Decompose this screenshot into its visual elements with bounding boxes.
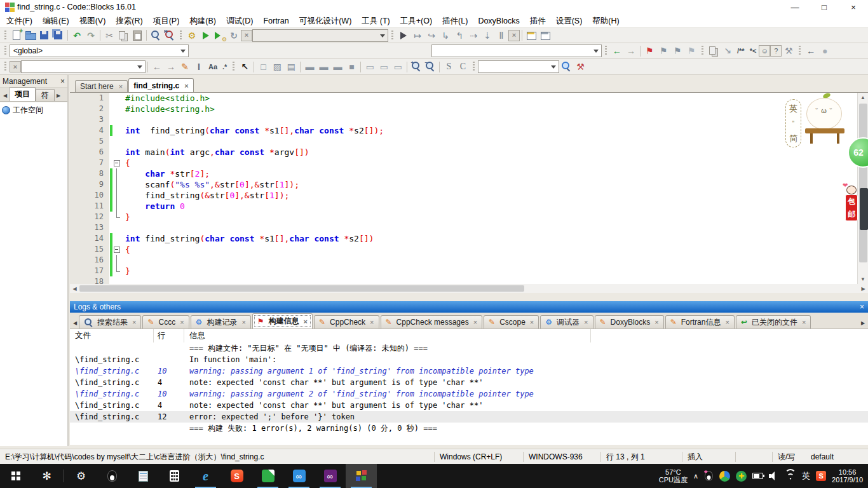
tab-close-icon[interactable]: × — [802, 318, 806, 326]
menu-item-工具 (T)[interactable]: 工具 (T) — [356, 15, 395, 27]
browse-back-button[interactable]: ← — [804, 44, 818, 58]
menu-item-搜索(R)[interactable]: 搜索(R) — [111, 15, 147, 27]
break-debugger-button[interactable]: ‖ — [494, 29, 508, 43]
scroll-down-icon[interactable]: ▼ — [860, 274, 865, 284]
browse-marker-button[interactable]: ● — [818, 44, 832, 58]
tab-close-icon[interactable]: × — [180, 318, 184, 326]
build-message-row[interactable]: \find_string.c10warning: passing argumen… — [70, 365, 868, 377]
build-message-row[interactable]: \find_string.c4note: expected 'const cha… — [70, 377, 868, 388]
log-tab-调试器[interactable]: ⚙调试器× — [540, 315, 593, 329]
stop-debugger-button[interactable]: × — [508, 30, 520, 41]
doxyblocks-settings-button[interactable]: ⚒ — [782, 44, 796, 58]
build-message-row[interactable]: \find_string.c12error: expected ';' befo… — [70, 411, 868, 423]
volume-icon[interactable] — [769, 471, 779, 480]
logs-scroll-left-icon[interactable]: ◀ — [71, 317, 79, 329]
debugging-windows-button[interactable] — [524, 29, 538, 43]
wxsmith-align-2-button[interactable]: ▬ — [316, 60, 330, 74]
log-tab-已关闭的文件[interactable]: ↩已关闭的文件× — [736, 315, 811, 329]
cscope-settings-button[interactable]: ⚒ — [573, 60, 587, 74]
close-button[interactable]: × — [839, 0, 868, 14]
log-tab-构建信息[interactable]: ⚑构建信息× — [252, 313, 313, 329]
menu-item-视图(V)[interactable]: 视图(V) — [74, 15, 111, 27]
build-and-run-button[interactable] — [213, 29, 227, 43]
log-tab-构建记录[interactable]: ⚙构建记录× — [191, 315, 251, 329]
doxyblocks-help-button[interactable]: ? — [770, 45, 782, 57]
highlight-button[interactable]: ✎ — [178, 60, 192, 74]
fold-toggle-icon[interactable] — [112, 158, 121, 168]
sogou-tray-icon[interactable]: S — [816, 471, 826, 481]
visual-studio-app[interactable]: ∞ — [315, 464, 346, 488]
wxsmith-align-4-button[interactable]: ■ — [344, 60, 358, 74]
log-tab-Fortran信息[interactable]: ✎Fortran信息× — [665, 315, 735, 329]
sogou-browser-app[interactable]: S — [221, 464, 252, 488]
task-view-button[interactable]: ✻ — [31, 464, 62, 488]
scroll-right-icon[interactable]: ▶ — [858, 286, 868, 292]
tab-close-icon[interactable]: × — [241, 318, 245, 326]
code-editor[interactable]: 1#include<stdio.h>2#include<string.h>34i… — [70, 93, 868, 284]
build-message-row[interactable]: \find_string.c10warning: passing argumen… — [70, 388, 868, 400]
selected-only-button[interactable]: I — [192, 60, 206, 74]
step-out-button[interactable]: ↰ — [452, 29, 466, 43]
qq-app[interactable] — [97, 464, 128, 488]
cscope-search-input[interactable] — [478, 60, 559, 73]
wxsmith-border-1-button[interactable]: ▭ — [363, 60, 377, 74]
menu-item-编辑(E)[interactable]: 编辑(E) — [37, 15, 74, 27]
doxyblocks-smiley-button[interactable]: ☺ — [759, 45, 770, 57]
prev-bookmark-button[interactable]: ⚑ — [656, 44, 670, 58]
build-message-row[interactable]: \find_string.cIn function 'main': — [70, 354, 868, 365]
tab-close-icon[interactable]: × — [654, 318, 658, 326]
find-button[interactable] — [149, 29, 163, 43]
horizontal-scroll-thumb[interactable] — [79, 285, 524, 292]
doxyblocks-line-comment-button[interactable]: *< — [747, 44, 759, 58]
wxsmith-source-button[interactable]: S — [442, 60, 456, 74]
start-button[interactable] — [0, 464, 31, 488]
logs-scroll-right-icon[interactable]: ▶ — [859, 317, 867, 329]
match-case-button[interactable]: Aa — [206, 60, 220, 74]
build-message-row[interactable]: \find_string.c4note: expected 'const cha… — [70, 400, 868, 411]
various-info-button[interactable] — [538, 29, 552, 43]
wxsmith-doc-button[interactable]: ▤ — [284, 60, 298, 74]
wxsmith-content-button[interactable]: C — [456, 60, 470, 74]
minimize-button[interactable]: — — [780, 0, 810, 14]
undo-button[interactable]: ↶ — [70, 29, 84, 43]
save-all-button[interactable] — [51, 29, 65, 43]
cloud-drive-app[interactable]: ∞ — [283, 464, 315, 488]
scroll-left-icon[interactable]: ◀ — [70, 286, 79, 292]
clear-bookmarks-button[interactable]: ⚑ — [684, 44, 698, 58]
tab-close-icon[interactable]: × — [725, 318, 729, 326]
menu-item-调试(D)[interactable]: 调试(D) — [221, 15, 258, 27]
editor-horizontal-scrollbar[interactable]: ◀ ▶ — [70, 284, 868, 293]
pptv-tray-icon[interactable] — [719, 471, 730, 482]
maximize-button[interactable]: □ — [810, 0, 839, 14]
log-tab-DoxyBlocks[interactable]: ✎DoxyBlocks× — [595, 315, 664, 329]
open-file-button[interactable] — [24, 29, 37, 43]
language-indicator[interactable]: 英 — [802, 472, 810, 480]
menu-item-文件(F)[interactable]: 文件(F) — [1, 15, 37, 27]
goto-back-button[interactable]: ← — [610, 44, 624, 58]
wxsmith-align-1-button[interactable]: ▬ — [302, 60, 316, 74]
log-tab-Cccc[interactable]: ✎Cccc× — [142, 315, 189, 329]
run-to-cursor-button[interactable]: ↦ — [410, 29, 424, 43]
doxyblocks-run-button[interactable]: ↘ — [721, 44, 735, 58]
log-tab-Cscope[interactable]: ✎Cscope× — [484, 315, 539, 329]
wxsmith-align-3-button[interactable]: ▬ — [330, 60, 344, 74]
fold-toggle-icon[interactable] — [112, 244, 121, 255]
log-tab-CppCheck[interactable]: ✎CppCheck× — [314, 315, 379, 329]
symbol-select[interactable] — [431, 44, 602, 57]
menu-item-帮助(H)[interactable]: 帮助(H) — [587, 15, 624, 27]
qq-music-tray-icon[interactable] — [705, 471, 713, 480]
editor-tab-Start here[interactable]: Start here× — [75, 80, 128, 92]
abort-build-button[interactable]: × — [241, 30, 252, 41]
clock-widget[interactable]: 10:56 2017/9/10 — [832, 468, 863, 484]
cscope-find-button[interactable] — [559, 60, 573, 74]
menu-item-插件[interactable]: 插件 — [525, 15, 551, 27]
scope-select[interactable]: <global> — [10, 44, 189, 57]
tab-close-icon[interactable]: × — [304, 318, 308, 325]
ime-lang-badge[interactable]: 英 ” 简 — [785, 99, 801, 147]
tab-close-icon[interactable]: × — [473, 318, 477, 326]
menu-item-工具+(O)[interactable]: 工具+(O) — [395, 15, 437, 27]
tab-close-icon[interactable]: × — [132, 318, 136, 326]
menu-item-Fortran[interactable]: Fortran — [258, 15, 294, 27]
management-close-icon[interactable]: × — [60, 77, 65, 86]
editor-tab-find_string.c[interactable]: find_string.c× — [128, 78, 193, 92]
